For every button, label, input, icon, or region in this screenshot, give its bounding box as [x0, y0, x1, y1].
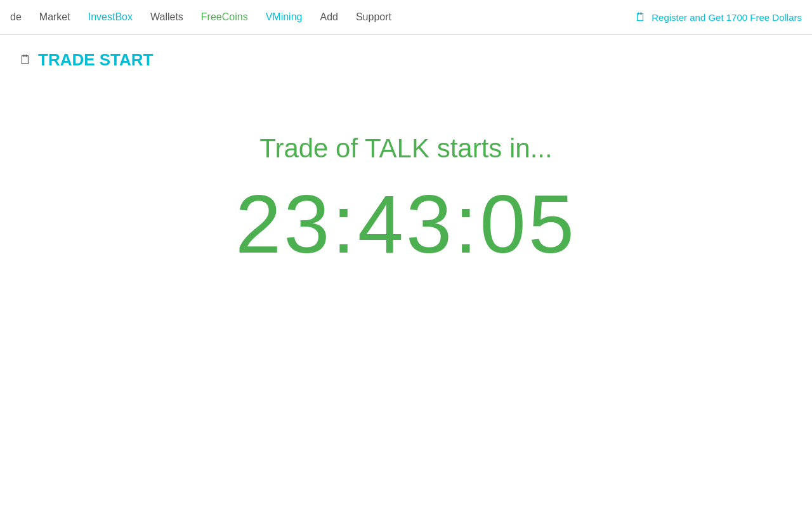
nav-item-add[interactable]: Add: [320, 11, 337, 23]
nav-item-vmining[interactable]: VMining: [266, 11, 303, 23]
page-header: 🗒 TRADE START: [19, 50, 793, 70]
countdown-timer: 23:43:05: [235, 183, 577, 265]
trade-subtitle: Trade of TALK starts in...: [259, 133, 552, 164]
main-content: Trade of TALK starts in... 23:43:05: [19, 95, 793, 265]
nav-item-market[interactable]: Market: [39, 11, 70, 23]
nav-item-de[interactable]: de: [10, 11, 22, 23]
nav-item-wallets[interactable]: Wallets: [150, 11, 183, 23]
page-title: TRADE START: [38, 50, 154, 70]
register-icon: 🗒: [635, 11, 646, 24]
page-content: 🗒 TRADE START Trade of TALK starts in...…: [0, 35, 812, 281]
register-link[interactable]: 🗒 Register and Get 1700 Free Dollars: [635, 11, 802, 24]
register-text: Register and Get 1700 Free Dollars: [652, 12, 802, 23]
navbar: de Market InvestBox Wallets FreeCoins VM…: [0, 0, 812, 35]
nav-item-support[interactable]: Support: [356, 11, 391, 23]
nav-item-freecoins[interactable]: FreeCoins: [201, 11, 248, 23]
nav-items: de Market InvestBox Wallets FreeCoins VM…: [10, 11, 635, 23]
nav-item-investbox[interactable]: InvestBox: [88, 11, 133, 23]
page-header-icon: 🗒: [19, 53, 32, 67]
